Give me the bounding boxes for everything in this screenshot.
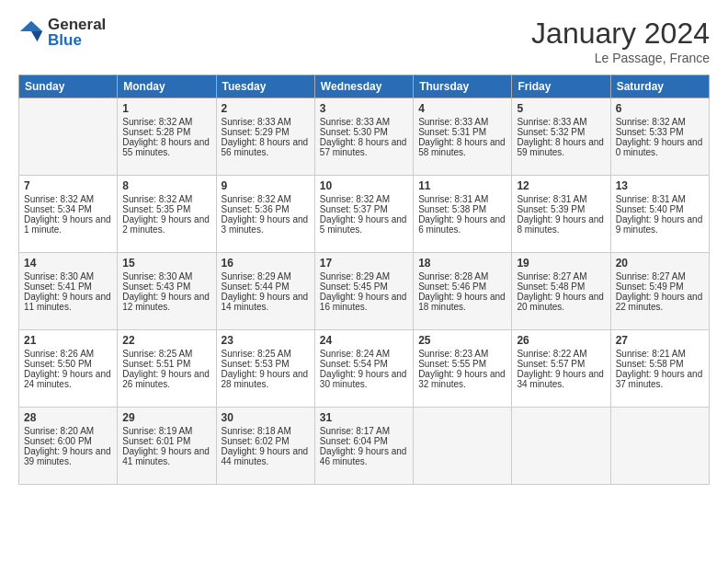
- table-row: 6Sunrise: 8:32 AMSunset: 5:33 PMDaylight…: [610, 98, 709, 176]
- sunrise-text: Sunrise: 8:20 AM: [24, 426, 112, 436]
- sunrise-text: Sunrise: 8:25 AM: [122, 349, 210, 359]
- header-monday: Monday: [118, 75, 216, 98]
- week-row-4: 21Sunrise: 8:26 AMSunset: 5:50 PMDayligh…: [19, 330, 710, 408]
- sunrise-text: Sunrise: 8:27 AM: [616, 271, 704, 282]
- sunrise-text: Sunrise: 8:18 AM: [222, 426, 310, 436]
- day-number: 11: [418, 179, 506, 192]
- sunset-text: Sunset: 5:40 PM: [616, 204, 704, 214]
- sunrise-text: Sunrise: 8:32 AM: [320, 194, 408, 204]
- sunset-text: Sunset: 5:48 PM: [517, 282, 605, 292]
- sunset-text: Sunset: 5:31 PM: [418, 127, 506, 137]
- daylight-text: Daylight: 9 hours and 46 minutes.: [320, 446, 408, 466]
- svg-marker-0: [20, 21, 42, 31]
- table-row: 5Sunrise: 8:33 AMSunset: 5:32 PMDaylight…: [512, 98, 610, 176]
- sunset-text: Sunset: 5:54 PM: [320, 359, 408, 369]
- week-row-3: 14Sunrise: 8:30 AMSunset: 5:41 PMDayligh…: [19, 253, 710, 330]
- sunrise-text: Sunrise: 8:30 AM: [24, 271, 112, 282]
- table-row: 10Sunrise: 8:32 AMSunset: 5:37 PMDayligh…: [314, 176, 413, 253]
- day-number: 30: [222, 411, 310, 424]
- table-row: 26Sunrise: 8:22 AMSunset: 5:57 PMDayligh…: [512, 330, 610, 408]
- table-row: 18Sunrise: 8:28 AMSunset: 5:46 PMDayligh…: [414, 253, 512, 330]
- logo-blue: Blue: [48, 32, 106, 48]
- daylight-text: Daylight: 9 hours and 8 minutes.: [517, 214, 605, 235]
- daylight-text: Daylight: 8 hours and 57 minutes.: [320, 137, 408, 157]
- header-row: Sunday Monday Tuesday Wednesday Thursday…: [19, 75, 710, 98]
- daylight-text: Daylight: 9 hours and 24 minutes.: [24, 369, 112, 389]
- daylight-text: Daylight: 9 hours and 20 minutes.: [517, 292, 605, 312]
- daylight-text: Daylight: 9 hours and 32 minutes.: [418, 369, 506, 389]
- daylight-text: Daylight: 9 hours and 39 minutes.: [24, 446, 112, 466]
- day-number: 10: [320, 179, 408, 192]
- daylight-text: Daylight: 9 hours and 14 minutes.: [222, 292, 310, 312]
- sunset-text: Sunset: 5:34 PM: [24, 204, 112, 214]
- day-number: 28: [24, 411, 112, 424]
- daylight-text: Daylight: 9 hours and 3 minutes.: [222, 214, 310, 235]
- sunset-text: Sunset: 5:53 PM: [222, 359, 310, 369]
- sunrise-text: Sunrise: 8:31 AM: [616, 194, 704, 204]
- day-number: 18: [418, 257, 506, 270]
- day-number: 24: [320, 334, 408, 347]
- calendar-table: Sunday Monday Tuesday Wednesday Thursday…: [18, 75, 710, 485]
- table-row: 16Sunrise: 8:29 AMSunset: 5:44 PMDayligh…: [216, 253, 314, 330]
- day-number: 16: [222, 257, 310, 270]
- day-number: 29: [122, 411, 210, 424]
- sunrise-text: Sunrise: 8:19 AM: [122, 426, 210, 436]
- daylight-text: Daylight: 9 hours and 11 minutes.: [24, 292, 112, 312]
- daylight-text: Daylight: 9 hours and 16 minutes.: [320, 292, 408, 312]
- table-row: 15Sunrise: 8:30 AMSunset: 5:43 PMDayligh…: [118, 253, 216, 330]
- sunrise-text: Sunrise: 8:33 AM: [517, 117, 605, 127]
- sunrise-text: Sunrise: 8:25 AM: [222, 349, 310, 359]
- daylight-text: Daylight: 9 hours and 22 minutes.: [616, 292, 704, 312]
- sunrise-text: Sunrise: 8:32 AM: [616, 117, 704, 127]
- table-row: 29Sunrise: 8:19 AMSunset: 6:01 PMDayligh…: [118, 408, 216, 485]
- day-number: 7: [24, 179, 112, 192]
- sunrise-text: Sunrise: 8:23 AM: [418, 349, 506, 359]
- week-row-1: 1Sunrise: 8:32 AMSunset: 5:28 PMDaylight…: [19, 98, 710, 176]
- table-row: 22Sunrise: 8:25 AMSunset: 5:51 PMDayligh…: [118, 330, 216, 408]
- sunset-text: Sunset: 6:04 PM: [320, 436, 408, 446]
- day-number: 27: [616, 334, 704, 347]
- sunset-text: Sunset: 5:33 PM: [616, 127, 704, 137]
- sunrise-text: Sunrise: 8:26 AM: [24, 349, 112, 359]
- daylight-text: Daylight: 9 hours and 6 minutes.: [418, 214, 506, 235]
- day-number: 3: [320, 102, 408, 115]
- sunrise-text: Sunrise: 8:31 AM: [418, 194, 506, 204]
- day-number: 31: [320, 411, 408, 424]
- sunrise-text: Sunrise: 8:31 AM: [517, 194, 605, 204]
- daylight-text: Daylight: 9 hours and 18 minutes.: [418, 292, 506, 312]
- table-row: 2Sunrise: 8:33 AMSunset: 5:29 PMDaylight…: [216, 98, 314, 176]
- daylight-text: Daylight: 8 hours and 55 minutes.: [122, 137, 210, 157]
- table-row: 7Sunrise: 8:32 AMSunset: 5:34 PMDaylight…: [19, 176, 118, 253]
- daylight-text: Daylight: 9 hours and 0 minutes.: [616, 137, 704, 157]
- daylight-text: Daylight: 8 hours and 59 minutes.: [517, 137, 605, 157]
- table-row: [610, 408, 709, 485]
- sunset-text: Sunset: 5:44 PM: [222, 282, 310, 292]
- sunrise-text: Sunrise: 8:29 AM: [222, 271, 310, 282]
- day-number: 25: [418, 334, 506, 347]
- sunrise-text: Sunrise: 8:33 AM: [418, 117, 506, 127]
- sunset-text: Sunset: 5:43 PM: [122, 282, 210, 292]
- day-number: 17: [320, 257, 408, 270]
- week-row-2: 7Sunrise: 8:32 AMSunset: 5:34 PMDaylight…: [19, 176, 710, 253]
- day-number: 12: [517, 179, 605, 192]
- page: General Blue January 2024 Le Passage, Fr…: [0, 0, 728, 563]
- sunset-text: Sunset: 6:01 PM: [122, 436, 210, 446]
- sunset-text: Sunset: 5:46 PM: [418, 282, 506, 292]
- table-row: 1Sunrise: 8:32 AMSunset: 5:28 PMDaylight…: [118, 98, 216, 176]
- table-row: 30Sunrise: 8:18 AMSunset: 6:02 PMDayligh…: [216, 408, 314, 485]
- table-row: 25Sunrise: 8:23 AMSunset: 5:55 PMDayligh…: [414, 330, 512, 408]
- sunset-text: Sunset: 5:51 PM: [122, 359, 210, 369]
- day-number: 9: [222, 179, 310, 192]
- sunrise-text: Sunrise: 8:21 AM: [616, 349, 704, 359]
- table-row: 4Sunrise: 8:33 AMSunset: 5:31 PMDaylight…: [414, 98, 512, 176]
- sunrise-text: Sunrise: 8:33 AM: [222, 117, 310, 127]
- daylight-text: Daylight: 9 hours and 41 minutes.: [122, 446, 210, 466]
- logo: General Blue: [18, 17, 106, 48]
- logo-text: General Blue: [48, 17, 106, 48]
- header-sunday: Sunday: [19, 75, 118, 98]
- table-row: 13Sunrise: 8:31 AMSunset: 5:40 PMDayligh…: [610, 176, 709, 253]
- daylight-text: Daylight: 9 hours and 44 minutes.: [222, 446, 310, 466]
- table-row: 8Sunrise: 8:32 AMSunset: 5:35 PMDaylight…: [118, 176, 216, 253]
- sunrise-text: Sunrise: 8:29 AM: [320, 271, 408, 282]
- daylight-text: Daylight: 9 hours and 28 minutes.: [222, 369, 310, 389]
